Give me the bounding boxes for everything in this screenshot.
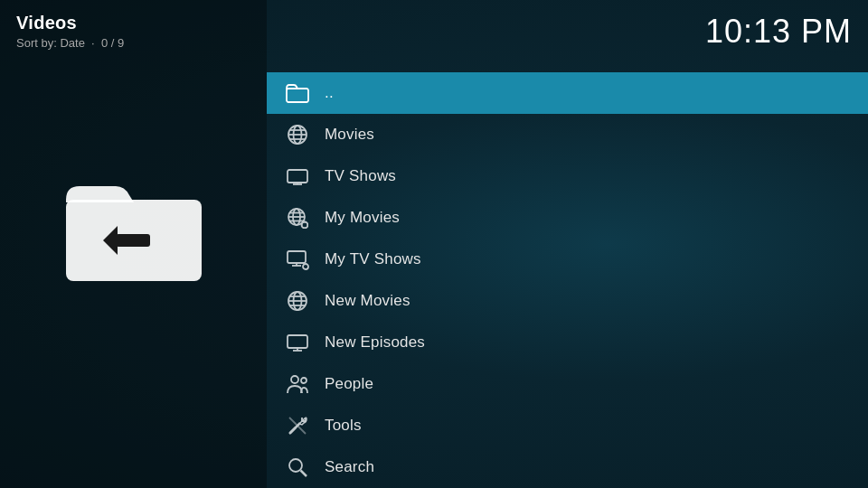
svg-point-38: [291, 376, 298, 383]
tv-settings-icon: [285, 247, 310, 272]
svg-point-17: [302, 222, 308, 229]
svg-line-42: [290, 427, 296, 433]
page-subtitle: Sort by: Date · 0 / 9: [16, 36, 250, 50]
folder-back-large-icon: [61, 168, 206, 286]
svg-rect-22: [288, 251, 306, 263]
people-icon: [285, 371, 310, 397]
tv-new-icon: [285, 330, 310, 355]
menu-label-tvshows: TV Shows: [325, 167, 396, 185]
menu-item-tools[interactable]: Tools: [267, 405, 868, 446]
globe-icon: [285, 122, 310, 147]
menu-label-newmovies: New Movies: [325, 292, 410, 310]
svg-rect-3: [287, 89, 308, 102]
menu-label-back: ..: [325, 84, 334, 102]
left-panel: Videos Sort by: Date · 0 / 9: [0, 0, 267, 488]
menu-label-people: People: [325, 375, 373, 393]
svg-point-25: [303, 264, 308, 269]
menu-item-people[interactable]: People: [267, 363, 868, 405]
menu-label-mytvshows: My TV Shows: [325, 250, 421, 268]
menu-item-search[interactable]: Search: [267, 446, 868, 488]
svg-rect-1: [116, 234, 150, 247]
search-icon: [285, 455, 310, 480]
top-left: Videos Sort by: Date · 0 / 9: [0, 0, 267, 55]
menu-item-mymovies[interactable]: My Movies: [267, 197, 868, 239]
tools-icon: [285, 413, 310, 438]
menu-panel: .. Movies TV Shows: [267, 0, 868, 488]
menu-item-newmovies[interactable]: New Movies: [267, 280, 868, 322]
globe-settings-icon: [285, 205, 310, 230]
folder-icon-area: [0, 55, 267, 399]
menu-item-newepisodes[interactable]: New Episodes: [267, 322, 868, 363]
svg-line-44: [301, 471, 307, 477]
page-title: Videos: [16, 13, 250, 33]
svg-point-39: [301, 378, 307, 383]
folder-back-icon: [285, 80, 310, 106]
globe-new-icon: [285, 288, 310, 314]
menu-label-mymovies: My Movies: [325, 209, 400, 227]
menu-label-tools: Tools: [325, 417, 362, 435]
menu-label-search: Search: [325, 458, 374, 476]
menu-item-back[interactable]: ..: [267, 72, 868, 114]
menu-label-newepisodes: New Episodes: [325, 333, 425, 352]
svg-rect-9: [288, 170, 307, 183]
clock: 10:13 PM: [705, 13, 852, 51]
menu-item-movies[interactable]: Movies: [267, 114, 868, 155]
menu-item-mytvshows[interactable]: My TV Shows: [267, 239, 868, 280]
menu-item-tvshows[interactable]: TV Shows: [267, 155, 868, 197]
svg-point-43: [289, 459, 302, 472]
svg-rect-35: [288, 335, 307, 348]
menu-label-movies: Movies: [325, 126, 374, 144]
tv-icon: [285, 164, 310, 189]
